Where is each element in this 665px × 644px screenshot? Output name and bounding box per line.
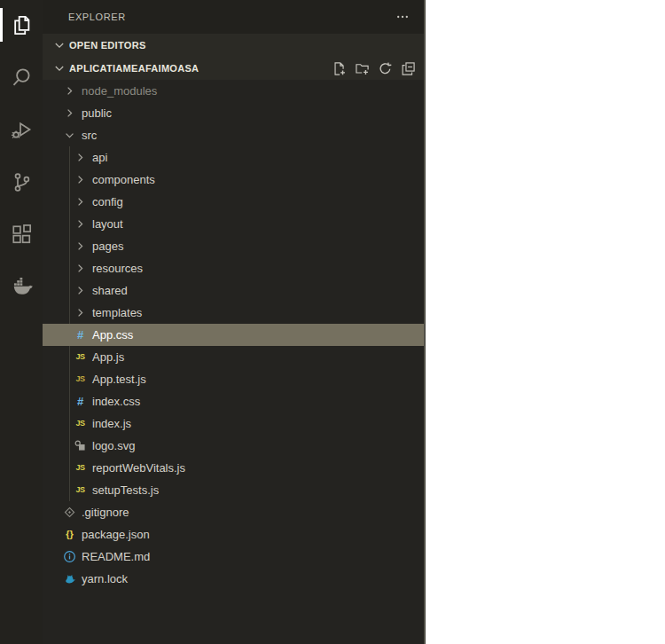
new-folder-icon[interactable] [355,61,370,76]
tree-item-shared[interactable]: shared [43,279,424,302]
explorer-pane-header: EXPLORER [43,0,424,34]
tree-item-label: shared [92,284,128,297]
js-icon: JS [73,372,88,387]
tree-item-label: src [82,129,97,142]
tree-item-label: index.css [92,395,140,408]
tree-item-app-js[interactable]: JSApp.js [43,346,424,368]
chevron-right-icon [73,239,88,254]
tree-item-label: package.json [82,528,150,541]
section-project[interactable]: APLICATIAMEAFAIMOASA [43,57,424,80]
tree-item-label: node_modules [82,84,157,98]
js-icon: JS [73,460,88,475]
tree-item-pages[interactable]: pages [43,235,424,257]
info-icon [62,549,77,564]
chevron-right-icon [73,283,88,298]
tree-item-label: App.test.js [92,373,146,386]
git-icon [62,505,77,520]
tree-item-layout[interactable]: layout [43,213,424,235]
project-actions [332,61,416,76]
tree-item-index-js[interactable]: JSindex.js [43,412,424,435]
tree-item-components[interactable]: components [43,169,424,191]
tree-item-templates[interactable]: templates [43,302,424,324]
tree-item-label: App.css [92,328,133,342]
tree-item-gitignore[interactable]: .gitignore [43,501,424,523]
tree-item-label: pages [92,240,123,253]
tree-item-label: yarn.lock [82,572,128,585]
collapse-all-icon[interactable] [401,61,416,76]
docker-icon[interactable] [0,265,43,308]
yarn-icon [62,571,77,586]
tree-item-node-modules[interactable]: node_modules [43,80,424,102]
chevron-right-icon [73,194,88,209]
run-debug-icon[interactable] [0,108,43,151]
section-project-label: APLICATIAMEAFAIMOASA [69,63,332,74]
chevron-down-icon [52,38,66,52]
explorer-sidebar: EXPLORER OPEN EDITORS APLICATIAMEAFAIMOA… [43,0,424,644]
vscode-window: EXPLORER OPEN EDITORS APLICATIAMEAFAIMOA… [0,0,665,644]
search-icon[interactable] [0,56,43,98]
tree-item-api[interactable]: api [43,146,424,169]
explorer-icon[interactable] [0,4,43,46]
tree-item-label: config [92,195,123,208]
new-file-icon[interactable] [332,61,347,76]
section-open-editors-label: OPEN EDITORS [69,40,416,51]
json-icon: {} [62,527,77,542]
css-icon: # [73,394,88,409]
file-tree: node_modulespublicsrcapicomponentsconfig… [43,80,424,644]
editor-area [424,0,665,644]
image-icon [73,438,88,453]
tree-item-package-json[interactable]: {}package.json [43,523,424,546]
section-open-editors[interactable]: OPEN EDITORS [43,34,424,57]
tree-item-readme-md[interactable]: README.md [43,546,424,568]
js-icon: JS [73,416,88,431]
tree-item-setuptests-js[interactable]: JSsetupTests.js [43,479,424,501]
refresh-icon[interactable] [378,61,393,76]
tree-item-label: setupTests.js [92,483,159,497]
chevron-down-icon [52,61,66,75]
tree-item-label: layout [92,217,123,231]
chevron-right-icon [73,216,88,232]
tree-item-label: resources [92,262,143,275]
chevron-right-icon [73,261,88,276]
tree-item-app-css[interactable]: #App.css [43,324,424,346]
tree-item-logo-svg[interactable]: logo.svg [43,435,424,457]
tree-item-label: templates [92,306,142,319]
js-icon: JS [73,349,88,365]
chevron-right-icon [73,150,88,165]
tree-item-label: README.md [82,550,150,563]
chevron-down-icon [62,128,77,143]
tree-item-label: App.js [92,350,124,364]
more-actions-icon[interactable] [395,10,410,24]
chevron-right-icon [62,83,77,98]
css-icon: # [73,327,88,342]
js-icon: JS [73,483,88,498]
chevron-right-icon [73,305,88,320]
tree-item-resources[interactable]: resources [43,257,424,279]
tree-item-src[interactable]: src [43,124,424,146]
tree-item-app-test-js[interactable]: JSApp.test.js [43,368,424,390]
tree-item-label: reportWebVitals.js [92,461,185,475]
tree-item-index-css[interactable]: #index.css [43,390,424,412]
extensions-icon[interactable] [0,213,43,255]
tree-item-label: public [82,106,112,120]
chevron-right-icon [62,106,77,121]
tree-item-label: api [92,151,107,164]
tree-item-label: logo.svg [92,439,135,452]
tree-item-config[interactable]: config [43,191,424,213]
tree-item-label: components [92,173,155,186]
source-control-icon[interactable] [0,161,43,203]
explorer-title: EXPLORER [68,12,126,22]
tree-item-public[interactable]: public [43,102,424,124]
tree-item-label: .gitignore [82,506,129,519]
tree-item-label: index.js [92,417,131,430]
activity-bar [0,0,43,644]
tree-item-yarn-lock[interactable]: yarn.lock [43,568,424,590]
chevron-right-icon [73,172,88,187]
tree-item-reportwebvitals-js[interactable]: JSreportWebVitals.js [43,457,424,479]
